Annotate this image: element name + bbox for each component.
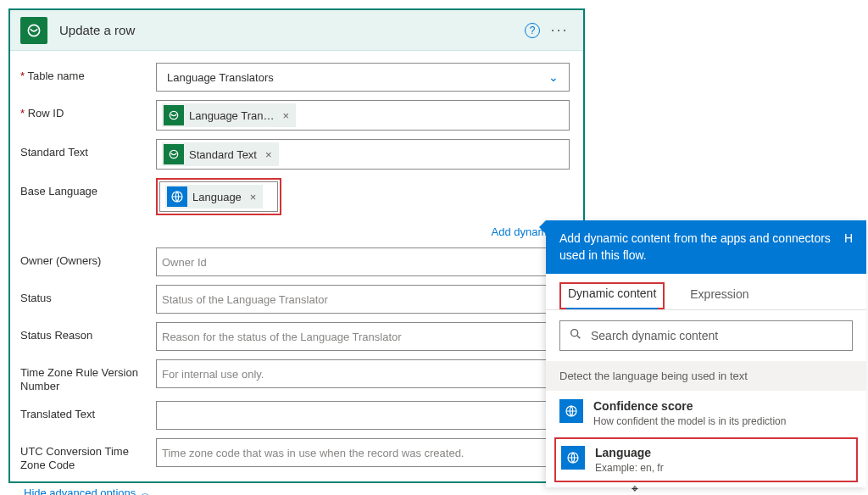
translated-text-label: Translated Text: [20, 401, 156, 421]
tz-rule-placeholder: For internal use only.: [162, 368, 264, 381]
status-placeholder: Status of the Language Translator: [162, 293, 328, 306]
panel-pointer: [539, 220, 546, 234]
panel-header-text: Add dynamic content from the apps and co…: [559, 231, 834, 264]
highlight-frame: Language Example: en, fr: [554, 437, 858, 482]
standard-text-field[interactable]: Standard Text ×: [156, 139, 570, 170]
chevron-down-icon: ⌄: [548, 70, 559, 84]
card-body: Table name Language Translators ⌄ Row ID…: [10, 51, 583, 495]
dc-item-title: Confidence score: [593, 399, 786, 414]
tab-dynamic-content[interactable]: Dynamic content: [566, 281, 658, 309]
token-remove-icon[interactable]: ×: [247, 191, 257, 203]
dataverse-token-icon: [164, 105, 184, 125]
more-icon[interactable]: ···: [546, 17, 573, 44]
row-id-label: Row ID: [20, 100, 156, 120]
highlight-frame: Dynamic content: [559, 282, 665, 309]
search-input[interactable]: Search dynamic content: [559, 320, 853, 351]
standard-text-token[interactable]: Standard Text ×: [162, 142, 279, 166]
table-name-select[interactable]: Language Translators ⌄: [156, 63, 570, 92]
chevron-up-icon: ︿: [141, 487, 150, 495]
ai-icon: [561, 446, 585, 470]
table-name-label: Table name: [20, 63, 156, 83]
panel-header: Add dynamic content from the apps and co…: [546, 220, 866, 274]
highlight-frame: Language ×: [156, 178, 281, 215]
help-icon[interactable]: ?: [519, 17, 546, 44]
status-label: Status: [20, 285, 156, 305]
token-label: Standard Text: [189, 148, 257, 161]
hide-advanced-link[interactable]: Hide advanced options ︿: [24, 487, 150, 495]
row-id-token[interactable]: Language Tran… ×: [162, 103, 296, 127]
dc-item-subtitle: How confident the model is in its predic…: [593, 415, 786, 427]
status-reason-placeholder: Reason for the status of the Language Tr…: [162, 331, 402, 343]
tz-rule-field[interactable]: For internal use only.: [156, 359, 570, 388]
card-header: Update a row ? ···: [10, 10, 583, 51]
search-icon: [569, 327, 582, 344]
tab-expression[interactable]: Expression: [688, 282, 750, 309]
search-placeholder: Search dynamic content: [591, 329, 718, 342]
owner-label: Owner (Owners): [20, 248, 156, 268]
base-language-field[interactable]: Language ×: [159, 181, 278, 212]
svg-line-5: [577, 336, 580, 338]
dc-item-title: Language: [595, 446, 664, 460]
owner-field[interactable]: Owner Id: [156, 248, 570, 276]
ai-language-icon: [167, 186, 187, 207]
table-name-value: Language Translators: [167, 71, 274, 84]
dynamic-content-panel: Add dynamic content from the apps and co…: [546, 220, 866, 487]
dc-item-language[interactable]: Language Example: en, fr: [556, 439, 856, 481]
token-remove-icon[interactable]: ×: [262, 148, 272, 161]
action-card: Update a row ? ··· Table name Language T…: [8, 8, 585, 483]
status-reason-field[interactable]: Reason for the status of the Language Tr…: [156, 322, 570, 351]
dataverse-icon: [20, 17, 47, 44]
status-reason-label: Status Reason: [20, 322, 156, 342]
utc-placeholder: Time zone code that was in use when the …: [162, 447, 464, 459]
utc-label: UTC Conversion Time Zone Code: [20, 438, 156, 471]
language-token[interactable]: Language ×: [165, 185, 263, 209]
dc-group-header: Detect the language being used in text: [546, 361, 866, 391]
svg-point-4: [571, 330, 578, 336]
token-remove-icon[interactable]: ×: [279, 109, 289, 122]
ai-icon: [559, 399, 583, 423]
standard-text-label: Standard Text: [20, 139, 156, 159]
dc-item-confidence-score[interactable]: Confidence score How confident the model…: [546, 391, 866, 436]
dataverse-token-icon: [164, 144, 184, 164]
owner-placeholder: Owner Id: [162, 256, 207, 269]
base-language-label: Base Language: [20, 178, 156, 198]
status-field[interactable]: Status of the Language Translator: [156, 285, 570, 314]
dc-item-subtitle: Example: en, fr: [595, 462, 664, 474]
utc-field[interactable]: Time zone code that was in use when the …: [156, 438, 570, 467]
panel-tabs: Dynamic content Expression: [546, 274, 866, 310]
row-id-field[interactable]: Language Tran… ×: [156, 100, 570, 131]
token-label: Language: [192, 191, 242, 203]
translated-text-field[interactable]: [156, 401, 570, 430]
tz-rule-label: Time Zone Rule Version Number: [20, 359, 156, 392]
hide-advanced-label: Hide advanced options: [24, 487, 136, 495]
token-label: Language Tran…: [189, 109, 274, 122]
panel-hide-link[interactable]: H: [844, 231, 853, 264]
card-title: Update a row: [59, 23, 519, 37]
